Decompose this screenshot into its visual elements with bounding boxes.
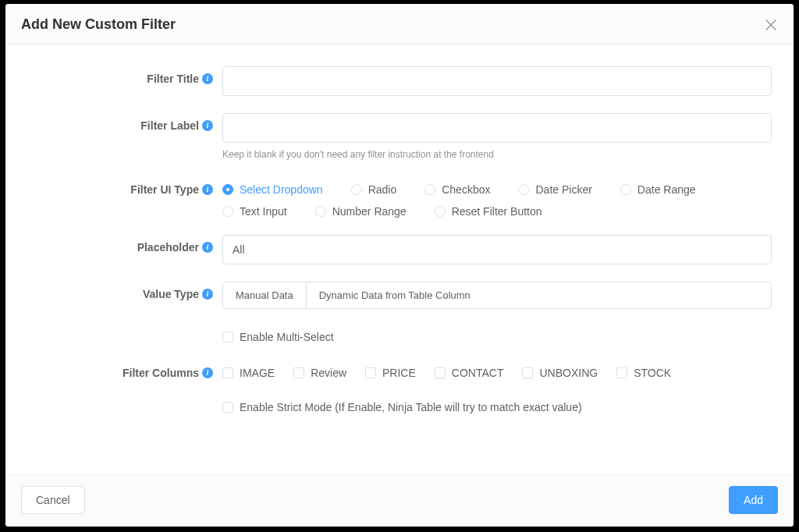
control-filter-ui-type: Select DropdownRadioCheckboxDate PickerD… — [222, 177, 772, 218]
row-value-type: Value Type i Manual DataDynamic Data fro… — [27, 282, 772, 309]
info-icon[interactable]: i — [202, 289, 213, 300]
row-filter-label: Filter Label i Keep it blank if you don'… — [27, 113, 772, 160]
checkbox-label: Review — [311, 367, 346, 379]
label-placeholder-text: Placeholder — [137, 241, 199, 254]
control-filter-title — [222, 66, 772, 96]
checkbox-box-icon — [616, 367, 627, 378]
checkbox-box-icon — [222, 367, 233, 378]
filter-column-contact[interactable]: CONTACT — [435, 367, 504, 379]
info-icon[interactable]: i — [202, 184, 213, 195]
multi-select-label: Enable Multi-Select — [240, 331, 334, 343]
label-filter-label-text: Filter Label — [140, 119, 199, 132]
label-value-type-text: Value Type — [143, 288, 199, 300]
info-icon[interactable]: i — [202, 120, 213, 131]
modal-header: Add New Custom Filter — [5, 4, 794, 44]
checkbox-box-icon — [222, 332, 233, 342]
checkbox-box-icon — [293, 367, 304, 378]
add-button[interactable]: Add — [729, 486, 778, 514]
label-filter-ui-type: Filter UI Type i — [27, 177, 222, 196]
row-strict-mode: Enable Strict Mode (If Enable, Ninja Tab… — [27, 396, 772, 413]
info-icon[interactable]: i — [202, 367, 213, 378]
strict-mode-checkbox[interactable]: Enable Strict Mode (If Enable, Ninja Tab… — [222, 396, 772, 413]
multi-select-checkbox[interactable]: Enable Multi-Select — [222, 326, 772, 343]
checkbox-box-icon — [435, 367, 446, 378]
info-icon[interactable]: i — [202, 73, 213, 84]
row-multi-select: Enable Multi-Select — [27, 326, 772, 343]
label-filter-label: Filter Label i — [27, 113, 222, 132]
radio-label: Reset Filter Button — [452, 205, 542, 218]
ui-type-radio-date-range[interactable]: Date Range — [620, 183, 696, 196]
filter-column-review[interactable]: Review — [293, 367, 346, 379]
value-type-button-group: Manual DataDynamic Data from Table Colum… — [222, 282, 772, 309]
filter-column-image[interactable]: IMAGE — [222, 367, 275, 379]
ui-type-radio-number-range[interactable]: Number Range — [315, 205, 407, 218]
checkbox-label: PRICE — [382, 367, 416, 379]
strict-mode-label: Enable Strict Mode (If Enable, Ninja Tab… — [240, 401, 582, 413]
radio-circle-icon — [351, 184, 362, 195]
radio-circle-icon — [424, 184, 435, 195]
checkbox-label: CONTACT — [452, 367, 504, 379]
placeholder-input[interactable] — [222, 235, 772, 264]
ui-type-radio-checkbox[interactable]: Checkbox — [424, 183, 490, 196]
ui-type-radio-radio[interactable]: Radio — [351, 183, 397, 196]
radio-label: Date Range — [637, 183, 696, 196]
filter-ui-type-radio-group: Select DropdownRadioCheckboxDate PickerD… — [222, 177, 772, 218]
row-placeholder: Placeholder i — [27, 235, 772, 264]
label-filter-columns-text: Filter Columns — [123, 367, 199, 379]
radio-circle-icon — [315, 206, 326, 217]
radio-label: Radio — [368, 183, 397, 196]
row-filter-title: Filter Title i — [27, 66, 772, 96]
checkbox-box-icon — [365, 367, 376, 378]
label-filter-title-text: Filter Title — [147, 73, 199, 85]
label-value-type: Value Type i — [27, 282, 222, 300]
checkbox-label: STOCK — [634, 367, 671, 379]
checkbox-box-icon — [522, 367, 533, 378]
radio-circle-icon — [222, 184, 233, 195]
filter-title-input[interactable] — [222, 66, 772, 96]
radio-label: Select Dropdown — [240, 183, 323, 196]
control-strict-mode: Enable Strict Mode (If Enable, Ninja Tab… — [222, 396, 772, 413]
label-empty-strict-mode — [27, 396, 222, 403]
filter-column-unboxing[interactable]: UNBOXING — [522, 367, 598, 379]
checkbox-box-icon — [222, 402, 233, 413]
control-multi-select: Enable Multi-Select — [222, 326, 772, 343]
label-filter-columns: Filter Columns i — [27, 360, 222, 379]
close-button[interactable] — [764, 18, 778, 32]
control-filter-label: Keep it blank if you don't need any filt… — [222, 113, 772, 160]
info-icon[interactable]: i — [202, 242, 213, 253]
label-filter-ui-type-text: Filter UI Type — [130, 183, 199, 196]
value-type-option-dynamic-data-from-table-column[interactable]: Dynamic Data from Table Column — [307, 282, 483, 308]
filter-columns-checkbox-group: IMAGEReviewPRICECONTACTUNBOXINGSTOCK — [222, 360, 772, 379]
close-icon — [765, 20, 776, 30]
value-type-option-manual-data[interactable]: Manual Data — [223, 282, 307, 308]
add-custom-filter-modal: Add New Custom Filter Filter Title i Fil… — [5, 4, 794, 527]
filter-label-helper: Keep it blank if you don't need any filt… — [222, 149, 772, 160]
control-filter-columns: IMAGEReviewPRICECONTACTUNBOXINGSTOCK — [222, 360, 772, 379]
filter-column-price[interactable]: PRICE — [365, 367, 416, 379]
radio-label: Number Range — [332, 205, 407, 218]
radio-circle-icon — [518, 184, 529, 195]
checkbox-label: UNBOXING — [539, 367, 598, 379]
radio-label: Date Picker — [535, 183, 591, 196]
modal-title: Add New Custom Filter — [21, 16, 176, 33]
modal-body: Filter Title i Filter Label i Keep it bl… — [5, 44, 794, 474]
label-empty-multi-select — [27, 326, 222, 332]
ui-type-radio-date-picker[interactable]: Date Picker — [518, 183, 591, 196]
ui-type-radio-text-input[interactable]: Text Input — [222, 205, 287, 218]
ui-type-radio-select-dropdown[interactable]: Select Dropdown — [222, 183, 323, 196]
ui-type-radio-reset-filter-button[interactable]: Reset Filter Button — [435, 205, 542, 218]
cancel-button[interactable]: Cancel — [21, 486, 85, 514]
label-placeholder: Placeholder i — [27, 235, 222, 254]
filter-label-input[interactable] — [222, 113, 772, 143]
control-placeholder — [222, 235, 772, 264]
label-filter-title: Filter Title i — [27, 66, 222, 85]
filter-column-stock[interactable]: STOCK — [616, 367, 671, 379]
radio-label: Text Input — [240, 205, 287, 218]
control-value-type: Manual DataDynamic Data from Table Colum… — [222, 282, 772, 309]
modal-footer: Cancel Add — [5, 474, 794, 527]
radio-circle-icon — [222, 206, 233, 217]
radio-circle-icon — [435, 206, 446, 217]
row-filter-ui-type: Filter UI Type i Select DropdownRadioChe… — [27, 177, 772, 218]
checkbox-label: IMAGE — [240, 367, 275, 379]
radio-label: Checkbox — [442, 183, 490, 196]
